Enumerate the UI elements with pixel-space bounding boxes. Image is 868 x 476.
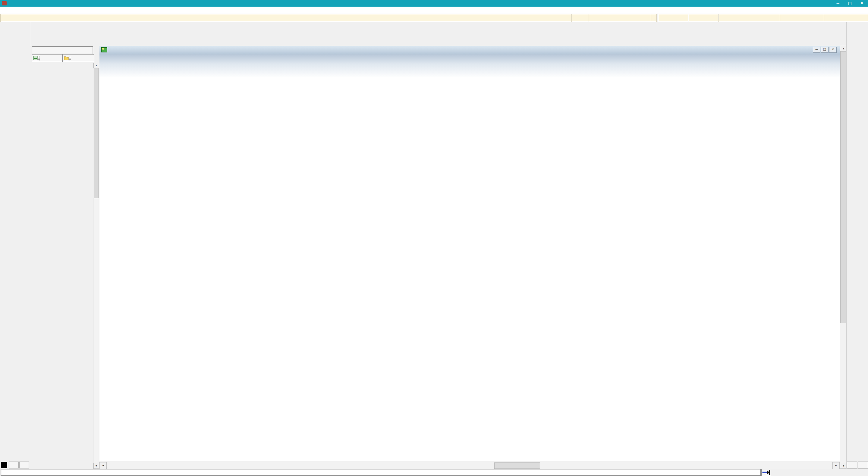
- color-palette: [0, 22, 7, 476]
- scroll-down-arrow[interactable]: ▼: [93, 463, 99, 469]
- symbol-status-field[interactable]: [589, 14, 653, 22]
- scroll-left-arrow[interactable]: ◂: [99, 462, 107, 469]
- maximize-button[interactable]: ▢: [844, 0, 856, 7]
- horizontal-scrollbar[interactable]: ◂ ▸: [99, 462, 840, 469]
- corner-grip: [847, 462, 858, 469]
- endpoint-snap-button[interactable]: [761, 469, 771, 476]
- scrollbar-thumb[interactable]: [94, 68, 98, 198]
- app-icon: [2, 1, 7, 5]
- width-field[interactable]: [688, 14, 720, 22]
- minimize-button[interactable]: ─: [832, 0, 844, 7]
- view-titlebar[interactable]: ─ ❐ ✕: [99, 46, 840, 54]
- right-tool-column: [846, 22, 868, 469]
- menu-bar: [0, 7, 868, 14]
- current-color-swatch[interactable]: [651, 14, 656, 22]
- catalog-folder-icon: [64, 56, 72, 61]
- close-button[interactable]: ✕: [856, 0, 868, 7]
- line-style-field[interactable]: [780, 14, 826, 22]
- command-input[interactable]: [1, 469, 761, 476]
- scroll-right-arrow[interactable]: ▸: [832, 462, 840, 469]
- catalog-set-button[interactable]: [32, 54, 64, 62]
- snap-arrow-icon: [762, 469, 771, 476]
- fill-style-field[interactable]: [824, 14, 868, 22]
- drawing-window: ─ ❐ ✕ ◂ ▸: [99, 46, 840, 469]
- catalog-open-button[interactable]: [62, 54, 94, 62]
- cursor-coordinates: [1, 14, 571, 22]
- main-toolbar: [0, 22, 868, 34]
- blank-field: [572, 14, 591, 22]
- view-close-button[interactable]: ✕: [829, 47, 837, 53]
- layer-field[interactable]: [718, 14, 782, 22]
- symbol-panel-scrollbar[interactable]: ▲ ▼: [93, 63, 98, 469]
- catalog-picture-icon: [33, 56, 41, 61]
- options-button[interactable]: [32, 46, 93, 54]
- left-tool-column: [7, 22, 31, 469]
- hscroll-thumb[interactable]: [494, 463, 540, 469]
- symbol-catalog-panel: ▲ ▼: [31, 46, 100, 469]
- palette-last-swatch[interactable]: [1, 462, 7, 468]
- symbol-category-toolbar: [0, 34, 868, 46]
- command-bar: [0, 469, 868, 476]
- map-canvas[interactable]: [99, 54, 840, 462]
- empty-slot: [9, 462, 19, 469]
- corner-grip: [858, 462, 868, 469]
- pen-width-field[interactable]: [658, 14, 690, 22]
- view-icon: [101, 47, 107, 53]
- map-drawing[interactable]: [99, 54, 840, 462]
- vscroll-thumb[interactable]: [840, 51, 846, 323]
- view-restore-button[interactable]: ❐: [821, 47, 829, 53]
- status-row: [0, 13, 868, 22]
- app-titlebar: ─ ▢ ✕: [0, 0, 868, 7]
- view-minimize-button[interactable]: ─: [813, 47, 820, 53]
- empty-slot: [19, 462, 29, 469]
- symbol-grid: [31, 63, 93, 469]
- scroll-up-arrow[interactable]: ▲: [93, 63, 99, 68]
- vertical-scrollbar[interactable]: ▲ ▼: [840, 46, 846, 469]
